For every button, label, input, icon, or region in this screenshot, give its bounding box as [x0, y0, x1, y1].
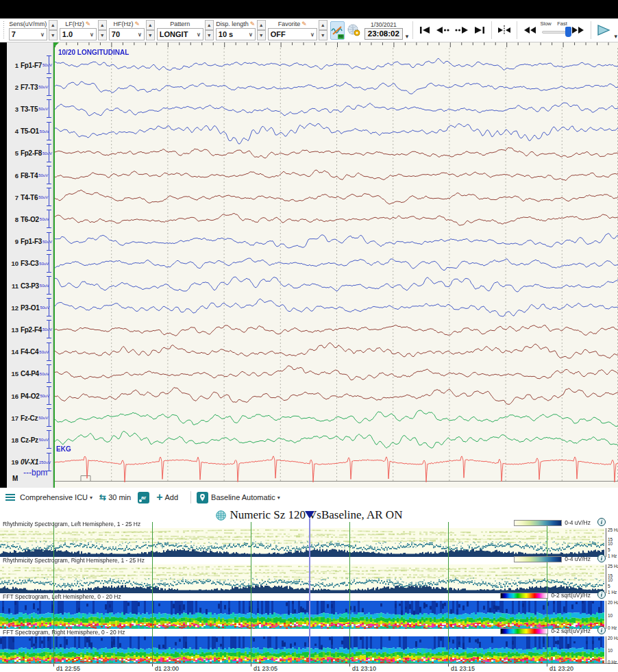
spinner-up-button[interactable]: ▲ — [205, 20, 214, 30]
time-gridline — [152, 522, 153, 663]
add-event-button[interactable]: + Add — [156, 493, 178, 502]
slider-track[interactable] — [542, 31, 566, 34]
spinner-down-button[interactable]: ▼ — [146, 30, 155, 40]
channel-name: Fp1-F3 — [21, 238, 42, 245]
baseline-selector[interactable]: Baseline Automatic ▾ — [197, 492, 280, 503]
channel-label-p3-o1[interactable]: 12P3-O150uV — [7, 301, 53, 314]
info-icon[interactable]: i — [597, 518, 606, 526]
spinner-down-button[interactable]: ▼ — [257, 30, 266, 40]
axis-tick-label: 1 Hz — [608, 553, 617, 558]
spinner-down-button[interactable]: ▼ — [205, 30, 214, 40]
info-icon[interactable]: i — [597, 554, 606, 562]
channel-label-fz-cz[interactable]: 17Fz-Cz50uV — [7, 411, 53, 425]
step-forward-button[interactable] — [452, 26, 471, 34]
center-on-cursor-button[interactable] — [495, 25, 513, 35]
channel-label-f3-c3[interactable]: 10F3-C350uV — [7, 257, 53, 271]
channel-label-t5-o1[interactable]: 4T5-O150uV — [7, 125, 53, 138]
ekg-channel-label: EKG — [56, 445, 71, 453]
axis-tick-label: 25 Hz — [608, 564, 618, 569]
menu-hamburger-icon[interactable] — [5, 494, 15, 501]
channel-label-f7-t3[interactable]: 2F7-T350uV — [7, 80, 53, 94]
datetime-dropdown[interactable]: ▾ — [406, 33, 409, 40]
play-options-dropdown[interactable]: ▾ — [614, 33, 617, 40]
left-gutter — [0, 42, 7, 488]
spinner-up-button[interactable]: ▲ — [146, 20, 155, 30]
calibration-bar — [47, 386, 51, 405]
rewind-button[interactable] — [521, 26, 539, 34]
channel-label-f8-t4[interactable]: 6F8-T450uV — [7, 169, 53, 182]
info-icon[interactable]: i — [597, 626, 606, 634]
montage-settings-button[interactable] — [346, 21, 362, 40]
spinner-up-button[interactable]: ▲ — [98, 20, 107, 30]
field-combo[interactable]: 7∨ — [9, 28, 47, 40]
fft-spectrogram-canvas[interactable] — [0, 636, 604, 663]
step-back-button[interactable] — [433, 26, 452, 34]
notch-filter-button[interactable]: 60 — [330, 21, 345, 40]
channel-label-t3-t5[interactable]: 3T3-T550uV — [7, 102, 53, 116]
channel-label-fp1-f7[interactable]: 1Fp1-F750uV — [7, 58, 53, 72]
spinner-down-button[interactable]: ▼ — [319, 30, 327, 40]
calibration-bar — [47, 364, 51, 383]
go-to-end-button[interactable] — [471, 26, 488, 34]
channel-label-fp1-f3[interactable]: 9Fp1-F350uV — [7, 235, 53, 249]
calibration-bar — [47, 166, 51, 184]
channel-number: 11 — [7, 282, 18, 290]
info-icon[interactable]: i — [597, 590, 606, 599]
playback-speed-slider[interactable]: Slow Fast — [541, 21, 567, 40]
channel-label-f4-c4[interactable]: 14F4-C450uV — [7, 345, 53, 359]
field-combo[interactable]: OFF∨ — [268, 28, 317, 40]
color-scale-legend: 0-2 sqrt(uV)/Hz — [500, 627, 591, 634]
spinner-up-button[interactable]: ▲ — [49, 20, 58, 30]
eeg-trace-area[interactable]: 10/20 LONGITUDINAL EKG — [53, 42, 618, 488]
play-button[interactable] — [594, 25, 613, 36]
fast-forward-button[interactable] — [569, 26, 587, 34]
toolbar-grip[interactable] — [3, 21, 5, 39]
eeg-waveforms-canvas[interactable] — [55, 42, 618, 488]
duration-selector[interactable]: ⇆ 30 min — [99, 493, 131, 502]
channel-label-fp2-f4[interactable]: 13Fp2-F450uV — [7, 323, 53, 336]
channel-number: 9 — [7, 238, 18, 245]
calibration-bar — [47, 232, 51, 251]
edit-pencil-icon[interactable]: ✎ — [250, 21, 256, 27]
spinner-down-button[interactable]: ▼ — [98, 30, 107, 40]
marker-row-label: M — [12, 475, 18, 482]
channel-number: 4 — [7, 127, 18, 135]
channel-label-c3-p3[interactable]: 11C3-P350uV — [7, 279, 53, 293]
spinner-up-button[interactable]: ▲ — [319, 20, 327, 30]
field-combo[interactable]: 1.0∨ — [60, 28, 97, 40]
slider-handle[interactable] — [565, 27, 571, 37]
edit-pencil-icon[interactable]: ✎ — [135, 21, 140, 27]
channel-label-0v-x1[interactable]: 190V-X1250uV — [7, 456, 53, 469]
fft-spectrogram-canvas[interactable] — [0, 601, 604, 629]
spinner-down-button[interactable]: ▼ — [49, 30, 58, 40]
artifact-reduction-button[interactable]: ar — [138, 492, 149, 503]
spectrogram-row-label: Rhythmicity Spectrogram, Left Hemisphere… — [3, 521, 140, 527]
workflow-selector[interactable]: Comprehensive ICU ▾ — [20, 493, 92, 501]
review-cursor-line[interactable] — [309, 519, 310, 663]
field-combo[interactable]: 70∨ — [109, 28, 145, 40]
go-to-start-button[interactable] — [417, 26, 433, 34]
spinner-up-button[interactable]: ▲ — [257, 20, 266, 30]
channel-name: F4-C4 — [21, 348, 38, 356]
field-combo[interactable]: LONGIT∨ — [157, 28, 203, 40]
channel-label-cz-pz[interactable]: 18Cz-Pz50uV — [7, 433, 53, 447]
channel-label-fp2-f8[interactable]: 5Fp2-F850uV — [7, 147, 53, 160]
rhythmicity-spectrogram-canvas[interactable] — [0, 564, 604, 593]
time-label: d1 22:55 — [56, 665, 80, 672]
axis-tick-label: 5 — [608, 584, 610, 588]
channel-label-column: ---bpm M 1Fp1-F750uV2F7-T350uV3T3-T550uV… — [7, 42, 53, 488]
channel-name: T5-O1 — [21, 127, 39, 135]
channel-label-p4-o2[interactable]: 16P4-O250uV — [7, 389, 53, 403]
channel-label-c4-p4[interactable]: 15C4-P450uV — [7, 367, 53, 381]
time-field[interactable]: 23:08:02 — [364, 28, 403, 40]
edit-pencil-icon[interactable]: ✎ — [86, 21, 91, 27]
review-cursor-marker[interactable] — [305, 511, 314, 519]
channel-label-t6-o2[interactable]: 8T6-O250uV — [7, 212, 53, 226]
channel-label-t4-t6[interactable]: 7T4-T650uV — [7, 190, 53, 204]
chevron-down-icon: ∨ — [138, 32, 142, 38]
field-combo[interactable]: 10 s∨ — [216, 28, 256, 40]
rhythmicity-spectrogram-canvas[interactable] — [0, 528, 604, 557]
edit-pencil-icon[interactable]: ✎ — [301, 21, 307, 27]
channel-name: P4-O2 — [21, 393, 39, 400]
eeg-display-area: ---bpm M 1Fp1-F750uV2F7-T350uV3T3-T550uV… — [0, 42, 618, 488]
